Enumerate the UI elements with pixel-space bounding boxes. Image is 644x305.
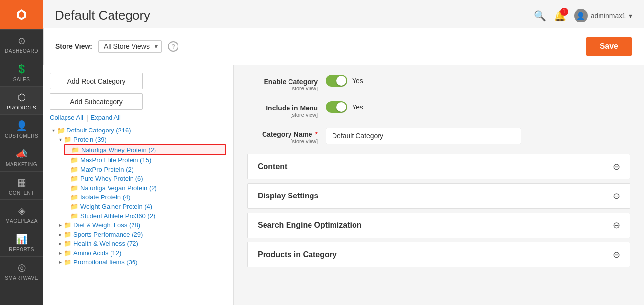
tree-label-health[interactable]: Health & Wellness (72) (73, 240, 138, 247)
tree-item-naturliga-vegan[interactable]: 📁 Naturliga Vegan Protein (2) (64, 183, 226, 193)
include-menu-row: Include in Menu [store view] Yes (247, 101, 630, 118)
required-star: * (315, 131, 318, 138)
sidebar-item-customers-label: CUSTOMERS (5, 133, 38, 139)
tree-label-diet[interactable]: Diet & Weight Loss (28) (73, 221, 140, 229)
category-name-row: Category Name * [store view] (247, 128, 630, 144)
sidebar-item-customers[interactable]: 👤 CUSTOMERS (0, 114, 43, 143)
store-view-select[interactable]: All Store Views (98, 40, 162, 53)
enable-category-value: Yes (352, 77, 363, 85)
tree-label-maxpro[interactable]: MaxPro Protein (2) (80, 166, 133, 173)
tree-item-health[interactable]: ▸ 📁 Health & Wellness (72) (57, 239, 226, 248)
tree-label-isolate[interactable]: Isolate Protein (4) (80, 194, 131, 201)
accordion-display-header[interactable]: Display Settings ⊖ (248, 184, 630, 208)
sidebar-logo (0, 0, 43, 29)
add-root-category-button[interactable]: Add Root Category (50, 73, 143, 89)
tree-item-protein[interactable]: ▾ 📁 Protein (39) (57, 135, 226, 144)
accordion-seo-arrow: ⊖ (613, 220, 620, 231)
enable-store-view-sub: [store view] (247, 86, 318, 91)
tree-label-amino[interactable]: Amino Acids (12) (73, 249, 121, 257)
sidebar-item-content[interactable]: ▦ CONTENT (0, 171, 43, 199)
sidebar-item-dashboard[interactable]: ⊙ DASHBOARD (0, 29, 43, 58)
accordion-products-header[interactable]: Products in Category ⊖ (248, 242, 630, 267)
content-icon: ▦ (17, 176, 26, 188)
topbar: Default Category 🔍 🔔 1 👤 adminmax1 ▾ (43, 0, 644, 28)
tree-item-maxpro[interactable]: 📁 MaxPro Protein (2) (64, 165, 226, 174)
tree-item-isolate[interactable]: 📁 Isolate Protein (4) (64, 193, 226, 202)
tree-label-root[interactable]: Default Category (216) (67, 127, 131, 134)
tree-item-pure-whey[interactable]: 📁 Pure Whey Protein (6) (64, 174, 226, 183)
add-subcategory-button[interactable]: Add Subcategory (50, 93, 143, 110)
notification-badge: 1 (560, 8, 568, 16)
tree-expand-whey (65, 147, 71, 153)
customers-icon: 👤 (16, 120, 28, 131)
sidebar-item-sales[interactable]: 💲 SALES (0, 58, 43, 86)
tree-label-naturliga-vegan[interactable]: Naturliga Vegan Protein (2) (80, 184, 157, 192)
sidebar-item-products[interactable]: ⬡ PRODUCTS (0, 86, 43, 114)
accordion-seo: Search Engine Optimization ⊖ (247, 213, 630, 238)
search-button[interactable]: 🔍 (534, 10, 546, 22)
tree-item-diet[interactable]: ▸ 📁 Diet & Weight Loss (28) (57, 220, 226, 230)
accordion-display: Display Settings ⊖ (247, 183, 630, 209)
include-toggle-knob (336, 102, 346, 112)
sidebar-item-reports[interactable]: 📊 REPORTS (0, 228, 43, 256)
enable-category-toggle[interactable] (326, 75, 347, 87)
accordion-products-title: Products in Category (258, 250, 337, 259)
tree-item-sports[interactable]: ▸ 📁 Sports Performance (29) (57, 230, 226, 239)
tree-expand-maxpro-elite (64, 157, 70, 164)
collapse-all-link[interactable]: Collapse All (50, 114, 83, 122)
tree-label-promotional[interactable]: Promotional Items (36) (73, 259, 138, 266)
help-icon[interactable]: ? (168, 41, 178, 52)
accordion-display-title: Display Settings (258, 192, 318, 200)
sidebar-item-smartwave[interactable]: ◎ SMARTWAVE (0, 256, 43, 284)
tree-label-protein[interactable]: Protein (39) (73, 136, 107, 143)
tree-label-student-athlete[interactable]: Student Athlete Pro360 (2) (80, 212, 155, 219)
sidebar-item-marketing[interactable]: 📣 MARKETING (0, 143, 43, 171)
left-panel: Add Root Category Add Subcategory Collap… (43, 65, 234, 305)
sidebar-item-products-label: PRODUCTS (7, 105, 36, 110)
tree-label-weight-gainer[interactable]: Weight Gainer Protein (4) (80, 203, 152, 210)
tree-expand-protein: ▾ (57, 136, 64, 143)
accordion-display-arrow: ⊖ (613, 191, 620, 201)
tree-label-maxpro-elite[interactable]: MaxPro Elite Protein (15) (80, 156, 151, 164)
smartwave-icon: ◎ (18, 261, 26, 273)
reports-icon: 📊 (16, 233, 28, 245)
tree-item-weight-gainer[interactable]: 📁 Weight Gainer Protein (4) (64, 202, 226, 211)
tree-item-root[interactable]: ▾ 📁 Default Category (216) (50, 126, 226, 135)
accordion-products-arrow: ⊖ (613, 249, 620, 260)
accordion-seo-header[interactable]: Search Engine Optimization ⊖ (248, 213, 630, 238)
tree-children-protein: 📁 Naturliga Whey Protein (2) 📁 MaxPro El… (64, 144, 226, 220)
accordion-content-header[interactable]: Content ⊖ (248, 154, 630, 179)
store-view-left: Store View: All Store Views ? (55, 40, 178, 53)
tree-label-pure-whey[interactable]: Pure Whey Protein (6) (80, 175, 143, 182)
products-icon: ⬡ (18, 91, 26, 103)
tree-item-naturliga-whey[interactable]: 📁 Naturliga Whey Protein (2) (64, 144, 226, 155)
tree-folder-protein: 📁 (64, 136, 71, 143)
tree-item-promotional[interactable]: ▸ 📁 Promotional Items (36) (57, 258, 226, 267)
tree-item-maxpro-elite[interactable]: 📁 MaxPro Elite Protein (15) (64, 155, 226, 165)
category-name-control (326, 128, 521, 144)
tree-item-amino[interactable]: ▸ 📁 Amino Acids (12) (57, 248, 226, 258)
sidebar-item-mageplaza[interactable]: ◈ MAGEPLAZA (0, 199, 43, 228)
tree-expand-root: ▾ (50, 127, 57, 134)
category-name-label: Category Name * [store view] (247, 128, 326, 144)
tree-label-whey[interactable]: Naturliga Whey Protein (2) (81, 146, 156, 153)
accordion-content: Content ⊖ (247, 154, 630, 179)
tree-label-sports[interactable]: Sports Performance (29) (73, 231, 143, 238)
dashboard-icon: ⊙ (18, 35, 26, 46)
tree-folder-whey: 📁 (71, 147, 79, 153)
sidebar: ⊙ DASHBOARD 💲 SALES ⬡ PRODUCTS 👤 CUSTOME… (0, 0, 43, 305)
notifications-button[interactable]: 🔔 1 (554, 10, 566, 22)
category-name-input[interactable] (326, 128, 521, 144)
expand-all-link[interactable]: Expand All (91, 114, 121, 122)
category-name-sub: [store view] (247, 138, 318, 144)
enable-category-control: Yes (326, 75, 363, 87)
content-area: Add Root Category Add Subcategory Collap… (43, 65, 644, 305)
tree-item-student-athlete[interactable]: 📁 Student Athlete Pro360 (2) (64, 211, 226, 220)
help-question-mark: ? (171, 43, 175, 50)
sidebar-item-content-label: CONTENT (9, 190, 34, 196)
right-panel: Enable Category [store view] Yes Include… (234, 65, 644, 305)
marketing-icon: 📣 (16, 148, 28, 160)
save-button[interactable]: Save (586, 37, 632, 56)
include-menu-toggle[interactable] (326, 101, 347, 113)
user-menu-button[interactable]: 👤 adminmax1 ▾ (574, 9, 632, 22)
